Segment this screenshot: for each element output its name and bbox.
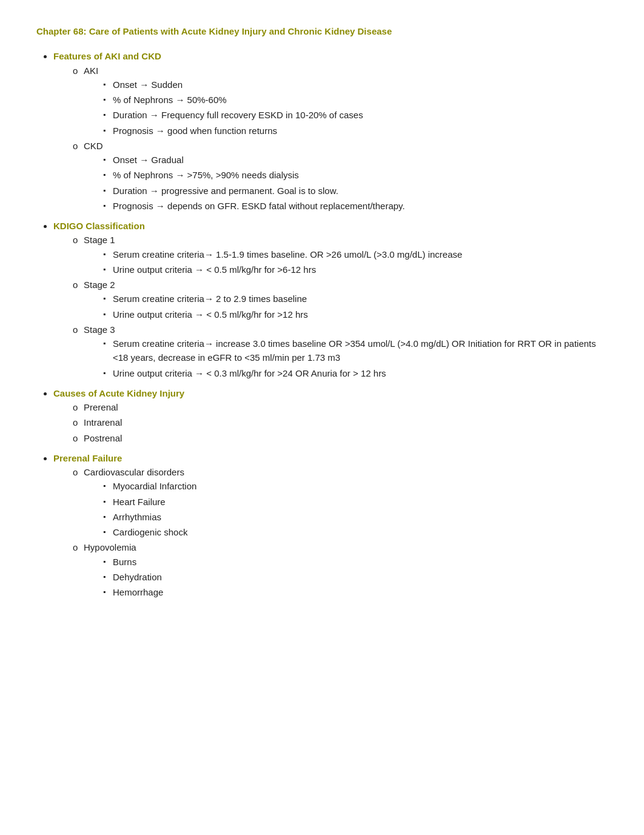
section-heading-3: Prerenal Failure: [53, 453, 122, 463]
subsection-item-0-1: CKDOnset → Gradual% of Nephrons → >75%, …: [73, 139, 608, 213]
section-item-1: KDIGO ClassificationStage 1Serum creatin…: [53, 219, 608, 380]
items-list-1-1: Serum creatine criteria→ 2 to 2.9 times …: [84, 292, 608, 321]
list-item: % of Nephrons → >75%, >90% needs dialysi…: [103, 168, 608, 182]
items-list-0-0: Onset → Sudden% of Nephrons → 50%-60%Dur…: [84, 78, 608, 138]
list-item: Cardiogenic shock: [103, 525, 608, 539]
subsection-item-3-0: Cardiovascular disordersMyocardial Infar…: [73, 465, 608, 539]
section-heading-1: KDIGO Classification: [53, 221, 145, 231]
subsection-item-3-1: HypovolemiaBurnsDehydrationHemorrhage: [73, 540, 608, 599]
list-item: Serum creatine criteria→ 2 to 2.9 times …: [103, 292, 608, 306]
items-list-3-1: BurnsDehydrationHemorrhage: [84, 555, 608, 600]
section-item-0: Features of AKI and CKDAKIOnset → Sudden…: [53, 49, 608, 213]
list-item: Dehydration: [103, 570, 608, 584]
chapter-title: Chapter 68: Care of Patients with Acute …: [36, 24, 608, 38]
subsection-item-2-1: Intrarenal: [73, 415, 608, 429]
subsection-item-0-0: AKIOnset → Sudden% of Nephrons → 50%-60%…: [73, 64, 608, 138]
list-item: Burns: [103, 555, 608, 569]
subsection-item-2-2: Postrenal: [73, 431, 608, 445]
list-item: Urine output criteria → < 0.5 ml/kg/hr f…: [103, 263, 608, 277]
list-item: Duration → Frequency full recovery ESKD …: [103, 108, 608, 122]
list-item: Duration → progressive and permanent. Go…: [103, 184, 608, 198]
subsection-list-0: AKIOnset → Sudden% of Nephrons → 50%-60%…: [53, 64, 608, 213]
list-item: Onset → Gradual: [103, 153, 608, 167]
section-heading-0: Features of AKI and CKD: [53, 51, 161, 61]
subsection-list-1: Stage 1Serum creatine criteria→ 1.5-1.9 …: [53, 233, 608, 380]
section-item-2: Causes of Acute Kidney InjuryPrerenalInt…: [53, 386, 608, 445]
list-item: Prognosis → good when function returns: [103, 124, 608, 138]
list-item: Heart Failure: [103, 495, 608, 509]
list-item: Urine output criteria → < 0.3 ml/kg/hr f…: [103, 366, 608, 380]
items-list-0-1: Onset → Gradual% of Nephrons → >75%, >90…: [84, 153, 608, 213]
list-item: % of Nephrons → 50%-60%: [103, 93, 608, 107]
subsection-item-1-0: Stage 1Serum creatine criteria→ 1.5-1.9 …: [73, 233, 608, 277]
items-list-1-2: Serum creatine criteria→ increase 3.0 ti…: [84, 337, 608, 380]
items-list-1-0: Serum creatine criteria→ 1.5-1.9 times b…: [84, 247, 608, 277]
list-item: Serum creatine criteria→ 1.5-1.9 times b…: [103, 247, 608, 261]
section-item-3: Prerenal FailureCardiovascular disorders…: [53, 451, 608, 600]
list-item: Myocardial Infarction: [103, 479, 608, 493]
subsection-item-2-0: Prerenal: [73, 400, 608, 414]
section-heading-2: Causes of Acute Kidney Injury: [53, 388, 184, 398]
list-item: Prognosis → depends on GFR. ESKD fatal w…: [103, 199, 608, 213]
list-item: Arrhythmias: [103, 510, 608, 524]
items-list-3-0: Myocardial InfarctionHeart FailureArrhyt…: [84, 479, 608, 539]
list-item: Serum creatine criteria→ increase 3.0 ti…: [103, 337, 608, 365]
list-item: Onset → Sudden: [103, 78, 608, 92]
main-sections-list: Features of AKI and CKDAKIOnset → Sudden…: [36, 49, 608, 599]
subsection-list-2: PrerenalIntrarenalPostrenal: [53, 400, 608, 445]
subsection-item-1-1: Stage 2Serum creatine criteria→ 2 to 2.9…: [73, 278, 608, 321]
subsection-list-3: Cardiovascular disordersMyocardial Infar…: [53, 465, 608, 599]
list-item: Hemorrhage: [103, 585, 608, 599]
list-item: Urine output criteria → < 0.5 ml/kg/hr f…: [103, 307, 608, 321]
subsection-item-1-2: Stage 3Serum creatine criteria→ increase…: [73, 323, 608, 380]
